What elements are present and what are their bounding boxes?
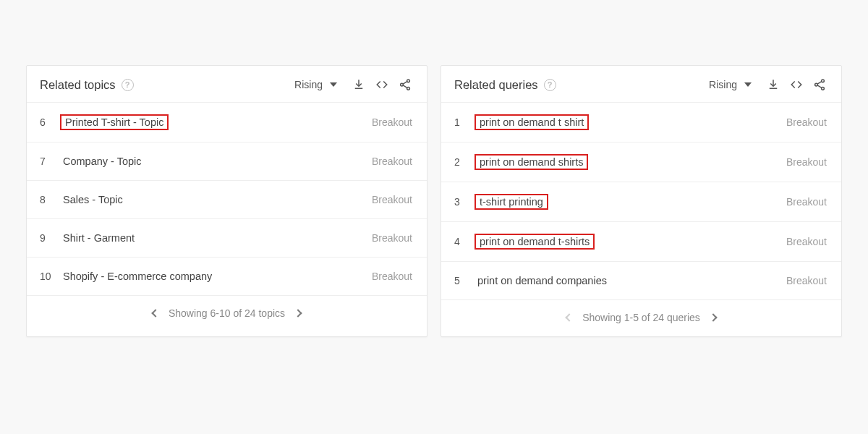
- metric-value: Breakout: [372, 116, 412, 128]
- query-label: print on demand shirts: [475, 154, 588, 170]
- list-item[interactable]: 4 print on demand t-shirts Breakout: [441, 222, 841, 262]
- next-button[interactable]: [295, 310, 301, 316]
- chevron-down-icon[interactable]: [744, 82, 752, 87]
- rank: 1: [454, 116, 475, 128]
- chevron-left-icon: [151, 309, 159, 317]
- query-label: print on demand companies: [475, 273, 610, 288]
- list-item[interactable]: 8 Sales - Topic Breakout: [27, 181, 427, 219]
- sort-dropdown-label[interactable]: Rising: [294, 79, 323, 90]
- rank: 10: [40, 271, 60, 282]
- query-label: print on demand t-shirts: [475, 234, 595, 250]
- pager-text: Showing 6-10 of 24 topics: [169, 307, 285, 319]
- svg-point-3: [822, 80, 825, 82]
- svg-point-2: [407, 87, 410, 90]
- queries-rows: 1 print on demand t shirt Breakout 2 pri…: [441, 103, 841, 300]
- metric-value: Breakout: [786, 116, 827, 128]
- query-label: print on demand t shirt: [475, 114, 589, 130]
- list-item[interactable]: 6 Printed T-shirt - Topic Breakout: [27, 103, 427, 142]
- help-icon[interactable]: ?: [122, 79, 134, 91]
- rank: 7: [40, 156, 60, 167]
- chevron-left-icon: [565, 313, 573, 321]
- metric-value: Breakout: [372, 271, 412, 282]
- metric-value: Breakout: [786, 236, 827, 247]
- chevron-right-icon: [294, 309, 302, 317]
- embed-icon[interactable]: [788, 76, 805, 93]
- panel-title: Related topics: [40, 78, 116, 92]
- metric-value: Breakout: [372, 156, 412, 167]
- pager-text: Showing 1-5 of 24 queries: [582, 312, 700, 323]
- topic-label: Shopify - E-commerce company: [60, 269, 215, 284]
- pager: Showing 1-5 of 24 queries: [441, 300, 841, 336]
- rank: 5: [454, 275, 475, 286]
- svg-point-0: [407, 80, 410, 82]
- next-button[interactable]: [710, 315, 716, 320]
- share-icon[interactable]: [396, 76, 414, 93]
- rank: 2: [454, 156, 475, 168]
- metric-value: Breakout: [786, 156, 827, 168]
- query-label: t-shirt printing: [475, 194, 548, 210]
- help-icon[interactable]: ?: [544, 79, 556, 91]
- topics-rows: 6 Printed T-shirt - Topic Breakout 7 Com…: [27, 103, 427, 296]
- list-item[interactable]: 3 t-shirt printing Breakout: [441, 182, 841, 222]
- rank: 3: [454, 196, 475, 208]
- chevron-right-icon: [709, 313, 717, 321]
- svg-point-5: [822, 87, 825, 90]
- panel-title: Related queries: [454, 78, 538, 92]
- svg-point-1: [401, 83, 404, 86]
- topic-label: Printed T-shirt - Topic: [60, 114, 169, 130]
- rank: 8: [40, 194, 60, 205]
- metric-value: Breakout: [786, 275, 827, 286]
- svg-point-4: [815, 83, 818, 86]
- metric-value: Breakout: [372, 194, 412, 205]
- download-icon[interactable]: [350, 76, 367, 93]
- chevron-down-icon[interactable]: [330, 82, 337, 87]
- sort-dropdown-label[interactable]: Rising: [709, 79, 737, 90]
- panel-header: Related queries ? Rising: [441, 66, 841, 103]
- prev-button: [566, 315, 572, 320]
- list-item[interactable]: 1 print on demand t shirt Breakout: [441, 103, 841, 142]
- prev-button[interactable]: [153, 310, 158, 316]
- related-queries-panel: Related queries ? Rising: [441, 65, 842, 337]
- list-item[interactable]: 7 Company - Topic Breakout: [27, 142, 427, 181]
- rank: 4: [454, 236, 475, 247]
- rank: 9: [40, 232, 60, 244]
- share-icon[interactable]: [811, 76, 828, 93]
- list-item[interactable]: 5 print on demand companies Breakout: [441, 262, 841, 300]
- embed-icon[interactable]: [373, 76, 391, 93]
- panel-header: Related topics ? Rising: [27, 66, 427, 103]
- list-item[interactable]: 2 print on demand shirts Breakout: [441, 142, 841, 182]
- metric-value: Breakout: [372, 232, 412, 244]
- metric-value: Breakout: [786, 196, 827, 208]
- topic-label: Shirt - Garment: [60, 231, 137, 245]
- topic-label: Company - Topic: [60, 154, 145, 169]
- pager: Showing 6-10 of 24 topics: [27, 296, 427, 332]
- rank: 6: [40, 116, 60, 128]
- topic-label: Sales - Topic: [60, 192, 126, 207]
- download-icon[interactable]: [765, 76, 782, 93]
- related-topics-panel: Related topics ? Rising: [26, 65, 427, 337]
- list-item[interactable]: 10 Shopify - E-commerce company Breakout: [27, 258, 427, 296]
- list-item[interactable]: 9 Shirt - Garment Breakout: [27, 219, 427, 258]
